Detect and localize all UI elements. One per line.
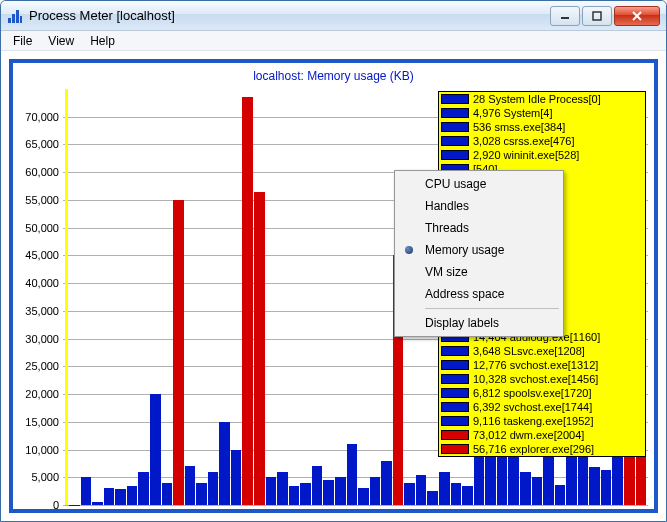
legend-row[interactable]: 9,116 taskeng.exe[1952]	[439, 414, 645, 428]
legend-text: 6,392 svchost.exe[1744]	[473, 400, 592, 414]
bar[interactable]	[439, 472, 450, 505]
bar[interactable]	[335, 477, 346, 505]
ctx-vm-size[interactable]: VM size	[397, 261, 561, 283]
bar[interactable]	[589, 467, 600, 505]
svg-rect-3	[20, 16, 22, 23]
bar[interactable]	[185, 466, 196, 505]
menu-help[interactable]: Help	[82, 32, 123, 50]
close-button[interactable]	[614, 6, 660, 26]
ytick-label: 10,000	[25, 444, 59, 456]
bar[interactable]	[138, 472, 149, 505]
bar[interactable]	[300, 483, 311, 505]
bar[interactable]	[231, 450, 242, 505]
ctx-threads[interactable]: Threads	[397, 217, 561, 239]
bar[interactable]	[451, 483, 462, 505]
bar[interactable]	[462, 486, 473, 505]
client-area: localhost: Memory usage (KB) 05,00010,00…	[1, 51, 666, 521]
legend-swatch	[441, 108, 469, 118]
bar[interactable]	[266, 477, 277, 505]
bar[interactable]	[242, 97, 253, 505]
legend-row[interactable]: 73,012 dwm.exe[2004]	[439, 428, 645, 442]
legend-swatch	[441, 136, 469, 146]
bar[interactable]	[555, 485, 566, 505]
ytick-label: 25,000	[25, 360, 59, 372]
legend-row[interactable]: 6,392 svchost.exe[1744]	[439, 400, 645, 414]
bar[interactable]	[612, 454, 623, 505]
ctx-address-space[interactable]: Address space	[397, 283, 561, 305]
legend-row[interactable]: 536 smss.exe[384]	[439, 120, 645, 134]
ctx-label: Threads	[425, 221, 469, 235]
legend-swatch	[441, 360, 469, 370]
bar[interactable]	[312, 466, 323, 505]
radio-dot-icon	[405, 246, 413, 254]
bar[interactable]	[520, 472, 531, 505]
bar[interactable]	[81, 477, 92, 505]
bar[interactable]	[289, 486, 300, 505]
ctx-handles[interactable]: Handles	[397, 195, 561, 217]
bar[interactable]	[92, 502, 103, 505]
legend-row[interactable]: 28 System Idle Process[0]	[439, 92, 645, 106]
bar[interactable]	[115, 489, 126, 505]
legend-swatch	[441, 94, 469, 104]
minimize-button[interactable]	[550, 6, 580, 26]
window-title: Process Meter [localhost]	[29, 8, 550, 23]
menu-file[interactable]: File	[5, 32, 40, 50]
bar[interactable]	[196, 483, 207, 505]
menubar: File View Help	[1, 31, 666, 51]
legend-text: 6,812 spoolsv.exe[1720]	[473, 386, 591, 400]
bar[interactable]	[370, 477, 381, 505]
bar[interactable]	[532, 477, 543, 505]
legend-swatch	[441, 416, 469, 426]
ctx-memory-usage[interactable]: Memory usage	[397, 239, 561, 261]
ytick-label: 55,000	[25, 194, 59, 206]
legend-text: 12,776 svchost.exe[1312]	[473, 358, 598, 372]
bar[interactable]	[358, 488, 369, 505]
legend-row[interactable]: 3,648 SLsvc.exe[1208]	[439, 344, 645, 358]
menu-view[interactable]: View	[40, 32, 82, 50]
svg-rect-1	[12, 14, 15, 23]
ctx-label: CPU usage	[425, 177, 486, 191]
bar[interactable]	[381, 461, 392, 505]
bar[interactable]	[254, 192, 265, 505]
bar[interactable]	[277, 472, 288, 505]
legend-row[interactable]: 10,328 svchost.exe[1456]	[439, 372, 645, 386]
ytick-label: 45,000	[25, 249, 59, 261]
ytick-label: 60,000	[25, 166, 59, 178]
legend-row[interactable]: 3,028 csrss.exe[476]	[439, 134, 645, 148]
bar[interactable]	[208, 472, 219, 505]
bar[interactable]	[104, 488, 115, 505]
bar[interactable]	[127, 486, 138, 505]
legend-row[interactable]: 12,776 svchost.exe[1312]	[439, 358, 645, 372]
bar[interactable]	[416, 475, 427, 506]
ctx-cpu-usage[interactable]: CPU usage	[397, 173, 561, 195]
bar[interactable]	[162, 483, 173, 505]
app-window: Process Meter [localhost] File View Help…	[0, 0, 667, 522]
svg-rect-0	[8, 18, 11, 23]
bar[interactable]	[601, 470, 612, 505]
ctx-label: VM size	[425, 265, 468, 279]
bar[interactable]	[323, 480, 334, 505]
legend-text: 10,328 svchost.exe[1456]	[473, 372, 598, 386]
bar[interactable]	[173, 200, 184, 505]
legend-swatch	[441, 430, 469, 440]
bar[interactable]	[150, 394, 161, 505]
legend-text: 73,012 dwm.exe[2004]	[473, 428, 584, 442]
ctx-display-labels[interactable]: Display labels	[397, 312, 561, 334]
maximize-button[interactable]	[582, 6, 612, 26]
app-icon	[7, 8, 23, 24]
legend-swatch	[441, 388, 469, 398]
legend-row[interactable]: 6,812 spoolsv.exe[1720]	[439, 386, 645, 400]
bar[interactable]	[65, 89, 68, 505]
legend-swatch	[441, 444, 469, 454]
titlebar[interactable]: Process Meter [localhost]	[1, 1, 666, 31]
legend-row[interactable]: 2,920 wininit.exe[528]	[439, 148, 645, 162]
legend-row[interactable]: 4,976 System[4]	[439, 106, 645, 120]
bar[interactable]	[427, 491, 438, 505]
bar[interactable]	[404, 483, 415, 505]
bar[interactable]	[219, 422, 230, 505]
bar[interactable]	[347, 444, 358, 505]
gridline	[63, 505, 648, 506]
chart-title: localhost: Memory usage (KB)	[13, 63, 654, 85]
legend-row[interactable]: 56,716 explorer.exe[296]	[439, 442, 645, 456]
legend-text: 3,028 csrss.exe[476]	[473, 134, 575, 148]
